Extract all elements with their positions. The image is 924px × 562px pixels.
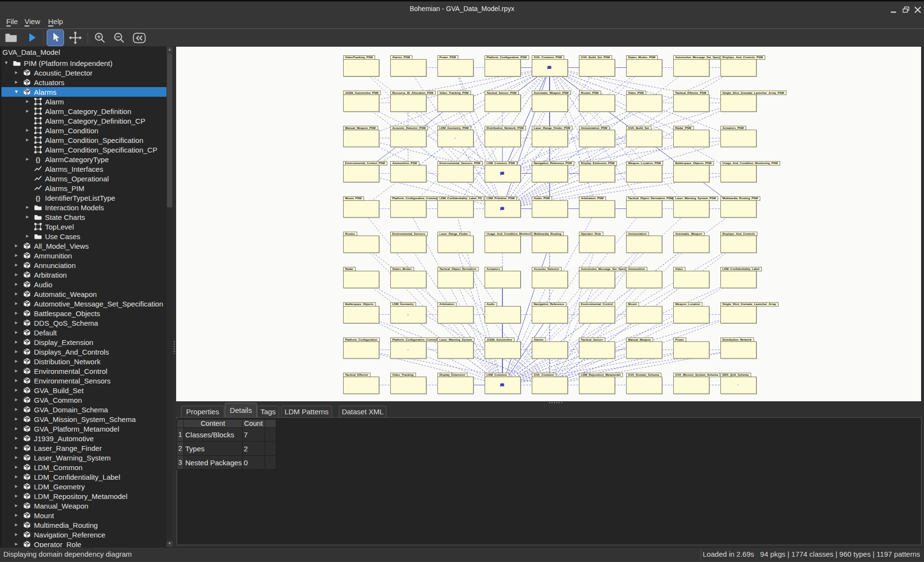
svg-text:DDS_QoS_Schema: DDS_QoS_Schema	[722, 373, 749, 376]
svg-text:Environmental_Sensors: Environmental_Sensors	[392, 232, 425, 235]
svg-text:Automotive_Message_Set_Spec: Automotive_Message_Set_Spec	[675, 56, 720, 59]
svg-text:LDM_Primitive_PSM: LDM_Primitive_PSM	[487, 197, 514, 200]
svg-text:Weapon_Location: Weapon_Location	[675, 303, 700, 306]
svg-text:×: ×	[407, 313, 409, 316]
svg-text:Arbitration: Arbitration	[439, 303, 454, 306]
svg-text:{}: {}	[36, 195, 40, 202]
svg-text:Usage_And_Condition_Monitoring: Usage_And_Condition_Monitoring_PSM	[722, 162, 778, 165]
svg-text:>: >	[407, 348, 409, 351]
svg-text:Displays_And_Controls_PSM: Displays_And_Controls_PSM	[722, 56, 763, 59]
svg-text:Automotive_Message_Set_Spec: Automotive_Message_Set_Spec	[581, 268, 626, 270]
svg-text:Video_PSM: Video_PSM	[628, 91, 644, 94]
svg-text:VideoTracking_PSM: VideoTracking_PSM	[345, 56, 372, 59]
svg-text:>: >	[737, 383, 739, 386]
svg-text:Laser_Warning_System_PSM: Laser_Warning_System_PSM	[675, 197, 716, 200]
svg-text:LDM_Geometry: LDM_Geometry	[392, 303, 414, 306]
svg-text:LDM_Geometry_PSM: LDM_Geometry_PSM	[439, 127, 469, 129]
svg-text:J1939_Automotive_PSM: J1939_Automotive_PSM	[345, 91, 378, 94]
svg-text:Display_Extension_PSM: Display_Extension_PSM	[581, 162, 615, 165]
svg-text:Displays_And_Controls: Displays_And_Controls	[722, 232, 755, 235]
svg-text:Arbitration_PSM: Arbitration_PSM	[581, 197, 603, 200]
svg-text:Environmental_Control_PSM: Environmental_Control_PSM	[345, 162, 385, 165]
svg-text:Laser_Range_Finder_PSM: Laser_Range_Finder_PSM	[534, 127, 570, 129]
svg-text:Battlespace_Objects_PSM: Battlespace_Objects_PSM	[675, 162, 711, 165]
svg-text:GVA_Build_Set: GVA_Build_Set	[628, 127, 649, 129]
svg-text:{}: {}	[36, 156, 40, 163]
svg-text:Audio_PSM: Audio_PSM	[534, 197, 550, 200]
svg-text:Actuators_PSM: Actuators_PSM	[722, 127, 744, 129]
svg-text:Video: Video	[675, 268, 683, 270]
svg-text:GVA_Build_Set_PSM: GVA_Build_Set_PSM	[581, 56, 610, 59]
svg-text:Ammunition_PSM: Ammunition_PSM	[392, 162, 417, 165]
svg-text:Acoustic_Detector_PSM: Acoustic_Detector_PSM	[392, 127, 425, 129]
svg-text:Video_Tracking_PSM: Video_Tracking_PSM	[439, 91, 469, 94]
svg-text:Tactical_Object_Derivation: Tactical_Object_Derivation	[439, 268, 476, 270]
svg-text:Weapon_Location_PSM: Weapon_Location_PSM	[628, 162, 661, 165]
svg-text:Distribution_Network_PSM: Distribution_Network_PSM	[487, 127, 524, 129]
svg-text:Tactical_Sensor: Tactical_Sensor	[581, 338, 603, 341]
svg-text:GVA_Common_PSM: GVA_Common_PSM	[534, 56, 562, 59]
svg-text:Acoustic_Detector: Acoustic_Detector	[534, 268, 560, 270]
svg-text:States_Modes: States_Modes	[392, 268, 412, 270]
svg-text:Annunciation_PSM: Annunciation_PSM	[581, 127, 607, 129]
svg-text:Manual_Weapon_PSM: Manual_Weapon_PSM	[345, 127, 376, 129]
svg-text:J1939_Automotive: J1939_Automotive	[487, 338, 513, 341]
svg-text:Navigation_Reference_PSM: Navigation_Reference_PSM	[534, 162, 572, 165]
svg-text:Routes: Routes	[345, 232, 355, 235]
svg-text:Manual_Weapon: Manual_Weapon	[628, 338, 651, 341]
svg-text:GVA_Common: GVA_Common	[534, 373, 554, 376]
svg-text:Platform_Configuration_Commo: Platform_Configuration_Commo	[392, 338, 437, 341]
svg-text:Battlespace_Objects: Battlespace_Objects	[345, 303, 374, 306]
svg-text:Laser_Warning_System: Laser_Warning_System	[439, 338, 472, 341]
svg-text:Mount: Mount	[628, 303, 637, 306]
svg-text:Actuators: Actuators	[487, 268, 500, 270]
svg-text:Platform_Configuration_PSM: Platform_Configuration_PSM	[487, 56, 526, 59]
svg-text:LDM_Common_PSM: LDM_Common_PSM	[487, 162, 515, 165]
svg-text:GVA_Mission_System_Schema: GVA_Mission_System_Schema	[675, 373, 719, 376]
svg-text:Platform_Configuration: Platform_Configuration	[345, 338, 377, 341]
svg-text:Single_Shot_Grenade_Launcher_A: Single_Shot_Grenade_Launcher_Array	[722, 303, 776, 306]
svg-text:Power_PSM: Power_PSM	[439, 56, 456, 59]
svg-text:LDM_Confidentiality_Label_PS: LDM_Confidentiality_Label_PS	[439, 197, 482, 200]
svg-text:Single_Shot_Grenade_Launcher_A: Single_Shot_Grenade_Launcher_Array_PSM	[722, 91, 784, 94]
svg-text:LDM_Confidentiality_Label: LDM_Confidentiality_Label	[722, 268, 759, 270]
svg-text:Video_Tracking: Video_Tracking	[392, 373, 414, 376]
svg-text:Tactical_Sensor_PSM: Tactical_Sensor_PSM	[487, 91, 516, 94]
svg-text:Laser_Range_Finder: Laser_Range_Finder	[439, 232, 468, 235]
svg-text:Resource_ID_Allocation_PSM: Resource_ID_Allocation_PSM	[392, 91, 433, 94]
svg-text:Mount_PSM: Mount_PSM	[345, 197, 361, 200]
svg-text:Power: Power	[675, 338, 684, 341]
svg-text:GVA_Domain_Schema: GVA_Domain_Schema	[628, 373, 659, 376]
svg-text:Usage_And_Condition_Monitori: Usage_And_Condition_Monitori	[487, 232, 531, 235]
svg-text:Automatic_Weapon: Automatic_Weapon	[675, 232, 702, 235]
svg-text:States_Modes_PSM: States_Modes_PSM	[628, 56, 655, 59]
svg-text:Multimedia_Routing_PSM: Multimedia_Routing_PSM	[722, 197, 758, 200]
svg-text:Platform_Configuration_Commo: Platform_Configuration_Commo	[392, 197, 437, 200]
svg-text:Environmental_Control: Environmental_Control	[581, 303, 613, 306]
svg-text:<: <	[454, 137, 456, 140]
svg-text:Audio: Audio	[487, 303, 495, 306]
svg-text:Ammunition: Ammunition	[628, 268, 645, 270]
svg-text:LDM_Repository_Metamodel: LDM_Repository_Metamodel	[581, 373, 621, 376]
svg-text:Tactical_Effector: Tactical_Effector	[345, 373, 369, 376]
svg-text:Routes_PSM: Routes_PSM	[581, 91, 599, 94]
svg-text:Distribution_Network: Distribution_Network	[722, 338, 752, 341]
svg-text:Operator_Role: Operator_Role	[581, 232, 601, 235]
svg-text:Automatic_Weapon_PSM: Automatic_Weapon_PSM	[534, 91, 568, 94]
svg-text:Multimedia_Routing: Multimedia_Routing	[534, 232, 562, 235]
svg-text:Navigation_Reference: Navigation_Reference	[534, 303, 565, 306]
svg-text:Annunciation: Annunciation	[628, 232, 647, 235]
svg-text:Alarms_PSM: Alarms_PSM	[392, 56, 410, 59]
svg-text:Radar_PSM: Radar_PSM	[675, 127, 691, 129]
svg-text:LDM_Common: LDM_Common	[487, 373, 507, 376]
svg-text:Display_Extension: Display_Extension	[439, 373, 465, 376]
svg-text:Alarms: Alarms	[534, 338, 544, 341]
svg-text:Tactical_Object_Derivation_PSM: Tactical_Object_Derivation_PSM	[628, 197, 673, 200]
svg-text:Radar: Radar	[345, 268, 354, 270]
svg-text:Tactical_Effector_PSM: Tactical_Effector_PSM	[675, 91, 706, 94]
svg-text:Environmental_Sensors_PSM: Environmental_Sensors_PSM	[439, 162, 480, 165]
